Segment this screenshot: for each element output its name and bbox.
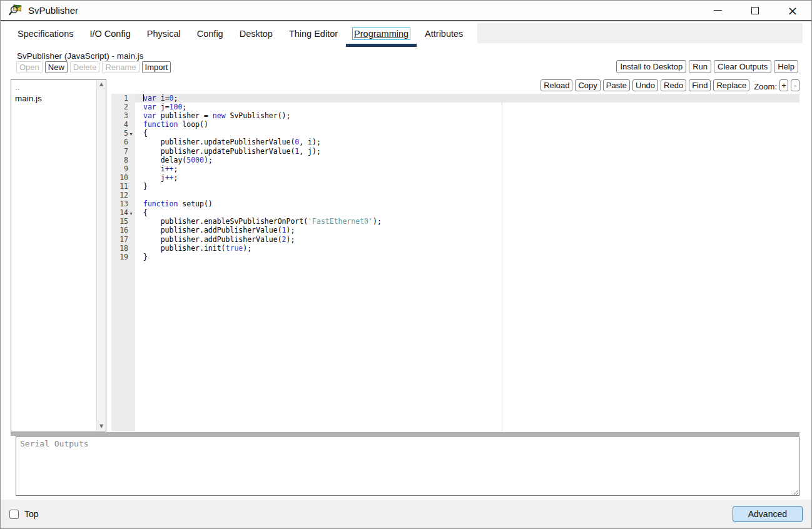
code-text: publisher.updatePublisherValue(0, i); (135, 138, 799, 146)
code-line-12[interactable]: 12 (108, 191, 799, 199)
zoom-in-button[interactable]: + (779, 79, 788, 91)
file-list: ..main.js (11, 80, 96, 431)
code-line-7[interactable]: 7 publisher.updatePublisherValue(1, j); (108, 147, 799, 156)
code-text: var j=100; (135, 103, 799, 111)
zoom-out-button[interactable]: - (791, 79, 799, 91)
code-token: i (143, 164, 165, 173)
line-number: 3 (108, 111, 135, 120)
run-button[interactable]: Run (689, 60, 711, 73)
code-token: ); (243, 244, 251, 253)
line-number: 9 (108, 164, 135, 173)
close-icon: × (788, 4, 798, 17)
code-token: j (143, 173, 165, 182)
code-line-19[interactable]: 19} (108, 253, 799, 261)
tab-thing-editor[interactable]: Thing Editor (281, 23, 346, 45)
code-token: publisher.addPublisherValue( (143, 226, 282, 234)
find-button[interactable]: Find (689, 79, 711, 91)
code-token: var (143, 103, 156, 111)
code-text: function setup() (135, 199, 799, 208)
code-editor: ReloadCopyPasteUndoRedoFindReplace Zoom:… (108, 79, 799, 431)
code-text: publisher.enableSvPublisherOnPort('FastE… (135, 217, 799, 226)
maximize-button[interactable] (736, 1, 774, 20)
code-token: , i); (299, 138, 321, 146)
code-line-14[interactable]: 14▾{ (108, 208, 799, 217)
code-token: true (226, 244, 243, 253)
new-button[interactable]: New (45, 61, 68, 73)
clear-outputs-button[interactable]: Clear Outputs (714, 60, 771, 73)
tab-desktop[interactable]: Desktop (231, 23, 281, 45)
copy-button[interactable]: Copy (575, 79, 600, 91)
replace-button[interactable]: Replace (713, 79, 749, 91)
scroll-up-icon[interactable]: ▲ (99, 81, 103, 88)
code-token: j= (156, 103, 170, 111)
file-actions: OpenNewDeleteRenameImport (16, 61, 171, 73)
code-line-4[interactable]: 4function loop() (108, 120, 799, 129)
line-number: 19 (108, 253, 135, 261)
splitter-handle[interactable] (11, 432, 799, 436)
code-token: 5000 (186, 156, 204, 164)
file-item-[interactable]: .. (11, 82, 96, 93)
code-token: ); (373, 217, 382, 226)
code-text: } (135, 182, 799, 191)
code-token: , j); (299, 147, 321, 156)
code-token: ++ (165, 164, 174, 173)
tab-attributes[interactable]: Attributes (417, 23, 471, 45)
tab-programming[interactable]: Programming (346, 23, 417, 45)
code-token: publisher.updatePublisherValue( (143, 138, 295, 146)
code-line-1[interactable]: 1var i=0; (108, 94, 799, 103)
code-line-17[interactable]: 17 publisher.addPublisherValue(2); (108, 235, 799, 244)
line-number: 15 (108, 217, 135, 226)
minimize-button[interactable] (699, 1, 736, 20)
code-line-10[interactable]: 10 j++; (108, 173, 799, 182)
line-number: 5▾ (108, 129, 135, 138)
svpublisher-window: SvPublisher × SpecificationsI/O ConfigPh… (0, 0, 812, 529)
code-token: SvPublisher(); (226, 111, 291, 120)
tab-label: Desktop (238, 28, 274, 39)
redo-button[interactable]: Redo (661, 79, 686, 91)
code-line-3[interactable]: 3var publisher = new SvPublisher(); (108, 111, 799, 120)
open-button: Open (16, 61, 43, 73)
code-line-9[interactable]: 9 i++; (108, 164, 799, 173)
reload-button[interactable]: Reload (540, 79, 572, 91)
paste-button[interactable]: Paste (603, 79, 630, 91)
code-line-11[interactable]: 11} (108, 182, 799, 191)
code-text: var publisher = new SvPublisher(); (135, 111, 799, 120)
serial-outputs-textarea[interactable] (16, 436, 799, 496)
undo-button[interactable]: Undo (632, 79, 658, 91)
advanced-button[interactable]: Advanced (733, 506, 803, 522)
code-text: var i=0; (135, 94, 799, 103)
code-area[interactable]: 1var i=0;2var j=100;3var publisher = new… (108, 94, 799, 431)
code-line-5[interactable]: 5▾{ (108, 129, 799, 138)
code-text: { (135, 129, 799, 138)
file-list-scrollbar[interactable]: ▲ ▼ (96, 80, 106, 431)
close-button[interactable]: × (774, 1, 811, 20)
scroll-down-icon[interactable]: ▼ (99, 423, 103, 430)
code-line-16[interactable]: 16 publisher.addPublisherValue(1); (108, 226, 799, 234)
code-line-2[interactable]: 2var j=100; (108, 103, 799, 111)
tab-label: Thing Editor (288, 28, 339, 39)
code-token: publisher.init( (143, 244, 226, 253)
code-token: function (143, 120, 178, 129)
file-item-main-js[interactable]: main.js (11, 93, 96, 104)
code-line-8[interactable]: 8 delay(5000); (108, 156, 799, 164)
delete-button: Delete (70, 61, 100, 73)
code-token: function (143, 199, 178, 208)
code-token: ; (174, 94, 178, 103)
editor-toolbar-buttons: ReloadCopyPasteUndoRedoFindReplace (540, 79, 749, 91)
minimize-icon (714, 10, 722, 11)
code-line-13[interactable]: 13function setup() (108, 199, 799, 208)
help-button[interactable]: Help (774, 60, 798, 73)
install-to-desktop-button[interactable]: Install to Desktop (616, 60, 686, 73)
tab-physical[interactable]: Physical (139, 23, 189, 45)
code-line-15[interactable]: 15 publisher.enableSvPublisherOnPort('Fa… (108, 217, 799, 226)
line-number: 4 (108, 120, 135, 129)
tab-config[interactable]: Config (189, 23, 231, 45)
code-token: 100 (170, 103, 183, 111)
code-line-18[interactable]: 18 publisher.init(true); (108, 244, 799, 253)
top-checkbox[interactable] (9, 510, 19, 519)
tab-specifications[interactable]: Specifications (9, 23, 81, 45)
code-line-6[interactable]: 6 publisher.updatePublisherValue(0, i); (108, 138, 799, 146)
tab-i-o-config[interactable]: I/O Config (81, 23, 138, 45)
code-token: } (143, 182, 148, 191)
import-button[interactable]: Import (142, 61, 171, 73)
